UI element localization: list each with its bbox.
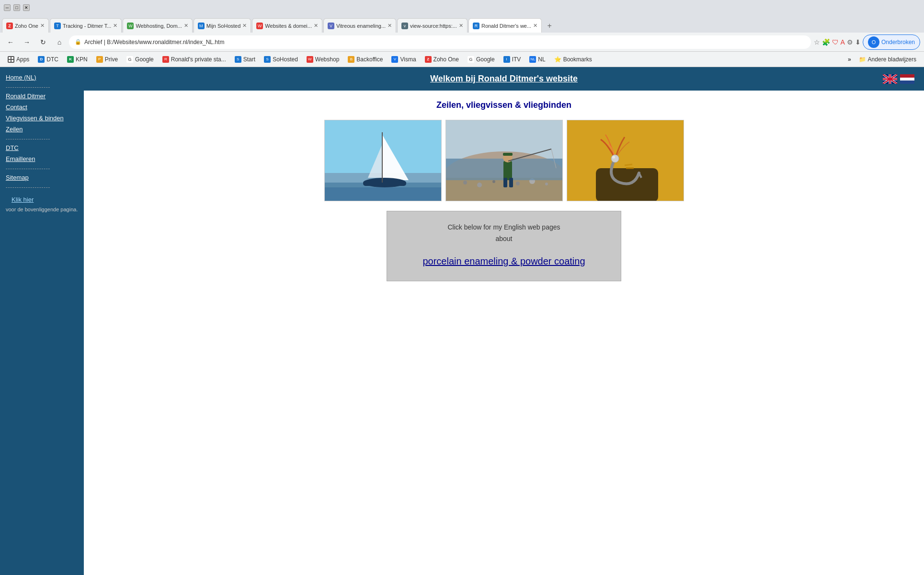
tab-close-icon[interactable]: ✕ bbox=[459, 23, 463, 29]
tab-close-icon[interactable]: ✕ bbox=[314, 23, 318, 29]
bookmark-label: Webshop bbox=[315, 56, 339, 63]
bookmark-label: Bookmarks bbox=[563, 56, 592, 63]
tab-label: Websites & domei... bbox=[265, 23, 312, 29]
svg-point-31 bbox=[492, 180, 495, 183]
sidebar-item-zeilen[interactable]: Zeilen bbox=[0, 124, 84, 135]
bookmark-label: Apps bbox=[16, 56, 29, 63]
bookmark-other[interactable]: 📁 Andere bladwijzers bbox=[855, 55, 920, 64]
sidebar-item-sitemap[interactable]: Sitemap bbox=[0, 172, 84, 183]
bookmark-zohoone[interactable]: Z Zoho One bbox=[421, 55, 463, 64]
ronalds-favicon: R bbox=[162, 56, 169, 63]
page-wrapper: Home (NL) -------------------- Ronald Di… bbox=[0, 67, 924, 575]
sidebar-item-ronald[interactable]: Ronald Ditmer bbox=[0, 91, 84, 102]
google2-favicon: G bbox=[468, 56, 474, 63]
bookmark-label: Zoho One bbox=[433, 56, 459, 63]
sidebar-item-home[interactable]: Home (NL) bbox=[0, 72, 84, 83]
sidebar-item-dtc[interactable]: DTC bbox=[0, 142, 84, 153]
tab-close-icon[interactable]: ✕ bbox=[388, 23, 392, 29]
minimize-button[interactable]: ─ bbox=[4, 4, 11, 11]
tab-label: Ronald Ditmer's we... bbox=[481, 23, 531, 29]
home-button[interactable]: ⌂ bbox=[53, 35, 66, 49]
svg-rect-3 bbox=[11, 60, 13, 62]
tab-ronald-ditmer[interactable]: R Ronald Ditmer's we... ✕ bbox=[468, 18, 542, 33]
svg-rect-1 bbox=[11, 57, 13, 59]
close-button[interactable]: ✕ bbox=[23, 4, 30, 11]
sidebar-item-vliegvissen[interactable]: Vliegvissen & binden bbox=[0, 113, 84, 124]
address-input[interactable]: 🔒 Archief | B:/Websites/www.ronalditmer.… bbox=[69, 35, 811, 49]
sidebar-klik-hier[interactable]: Klik hier bbox=[6, 194, 78, 206]
svg-point-49 bbox=[611, 155, 619, 162]
acrobat-icon[interactable]: A bbox=[841, 38, 845, 46]
bookmark-prive[interactable]: P Prive bbox=[92, 55, 122, 64]
google-favicon: G bbox=[126, 56, 133, 63]
maximize-button[interactable]: □ bbox=[13, 4, 20, 11]
svg-rect-0 bbox=[9, 57, 11, 59]
bookmark-google1[interactable]: G Google bbox=[123, 55, 158, 64]
bookmark-backoffice[interactable]: B Backoffice bbox=[344, 55, 387, 64]
bookmark-sohosted[interactable]: S SoHosted bbox=[260, 55, 302, 64]
tabs-bar: Z Zoho One ✕ T Tracking - Ditmer T... ✕ … bbox=[0, 15, 924, 33]
tab-webhosting[interactable]: W Webhosting, Dom... ✕ bbox=[123, 18, 192, 33]
tab-close-icon[interactable]: ✕ bbox=[113, 23, 117, 29]
tool1-icon[interactable]: ⚙ bbox=[847, 38, 853, 46]
sidebar-note-text: voor de bovenliggende pagina. bbox=[6, 207, 78, 212]
bookmark-kpn[interactable]: K KPN bbox=[63, 55, 91, 64]
tab-close-icon[interactable]: ✕ bbox=[533, 23, 537, 29]
profile-button[interactable]: O Onderbroken bbox=[863, 34, 920, 50]
sidebar-item-emailleren[interactable]: Emailleren bbox=[0, 153, 84, 164]
backoffice-favicon: B bbox=[348, 56, 354, 63]
tool2-icon[interactable]: ⬇ bbox=[855, 38, 861, 46]
bookmark-label: Visma bbox=[400, 56, 416, 63]
adblock-icon[interactable]: 🛡 bbox=[832, 38, 839, 46]
sidebar-divider-2: -------------------- bbox=[0, 135, 84, 142]
profile-avatar: O bbox=[868, 36, 879, 48]
tab-close-icon[interactable]: ✕ bbox=[40, 23, 45, 29]
new-tab-button[interactable]: + bbox=[543, 19, 556, 33]
start-favicon: S bbox=[235, 56, 241, 63]
tab-close-icon[interactable]: ✕ bbox=[184, 23, 188, 29]
more-bookmarks[interactable]: » bbox=[845, 55, 854, 64]
title-bar: ─ □ ✕ bbox=[0, 0, 924, 15]
tab-label: Zoho One bbox=[15, 23, 38, 29]
bookmark-ronalds[interactable]: R Ronald's private sta... bbox=[159, 55, 230, 64]
svg-point-30 bbox=[477, 183, 482, 187]
bookmark-webshop[interactable]: W Webshop bbox=[303, 55, 343, 64]
reload-button[interactable]: ↻ bbox=[36, 35, 50, 49]
star-icon[interactable]: ☆ bbox=[814, 38, 820, 46]
bookmark-dtc[interactable]: D DTC bbox=[34, 55, 62, 64]
back-button[interactable]: ← bbox=[4, 35, 17, 49]
sailing-scene bbox=[325, 120, 442, 201]
extensions-icon[interactable]: 🧩 bbox=[822, 38, 830, 46]
bookmark-bookmarks[interactable]: ⭐ Bookmarks bbox=[550, 55, 596, 64]
bookmark-apps[interactable]: Apps bbox=[4, 55, 33, 64]
porcelain-enameling-link[interactable]: porcelain enameling & powder coating bbox=[406, 253, 602, 269]
bookmark-label: NL bbox=[538, 56, 545, 63]
english-box: Click below for my English web pages abo… bbox=[387, 211, 621, 281]
sidebar-divider-3: -------------------- bbox=[0, 164, 84, 172]
svg-line-47 bbox=[625, 164, 632, 165]
tab-tracking[interactable]: T Tracking - Ditmer T... ✕ bbox=[50, 18, 122, 33]
tab-close-icon[interactable]: ✕ bbox=[242, 23, 247, 29]
tab-label: Webhosting, Dom... bbox=[136, 23, 182, 29]
tab-view-source[interactable]: v view-source:https:... ✕ bbox=[397, 18, 468, 33]
tab-sohosted[interactable]: M Mijn SoHosted ✕ bbox=[194, 18, 251, 33]
bookmark-start[interactable]: S Start bbox=[231, 55, 259, 64]
english-line2: about bbox=[406, 235, 602, 242]
bookmark-nl[interactable]: NL NL bbox=[525, 55, 549, 64]
bookmark-visma[interactable]: V Visma bbox=[388, 55, 420, 64]
sidebar-item-contact[interactable]: Contact bbox=[0, 102, 84, 113]
sidebar: Home (NL) -------------------- Ronald Di… bbox=[0, 67, 84, 575]
tab-websites[interactable]: W Websites & domei... ✕ bbox=[252, 18, 322, 33]
svg-rect-15 bbox=[900, 80, 914, 84]
bookmark-google2[interactable]: G Google bbox=[464, 55, 499, 64]
forward-button[interactable]: → bbox=[20, 35, 34, 49]
bookmark-itv[interactable]: I ITV bbox=[500, 55, 525, 64]
tab-vitreous[interactable]: V Vitreous enameling... ✕ bbox=[323, 18, 396, 33]
flag-nl[interactable] bbox=[900, 74, 914, 84]
kpn-favicon: K bbox=[67, 56, 74, 63]
svg-rect-2 bbox=[9, 60, 11, 62]
tab-zoho-one[interactable]: Z Zoho One ✕ bbox=[2, 18, 49, 33]
flag-uk[interactable] bbox=[883, 74, 897, 84]
tab-favicon: Z bbox=[6, 23, 13, 29]
bookmark-label: KPN bbox=[76, 56, 88, 63]
